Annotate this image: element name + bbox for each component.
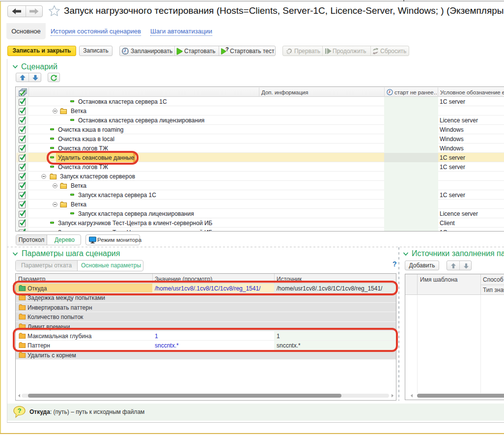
svg-text:?: ? bbox=[18, 407, 22, 414]
